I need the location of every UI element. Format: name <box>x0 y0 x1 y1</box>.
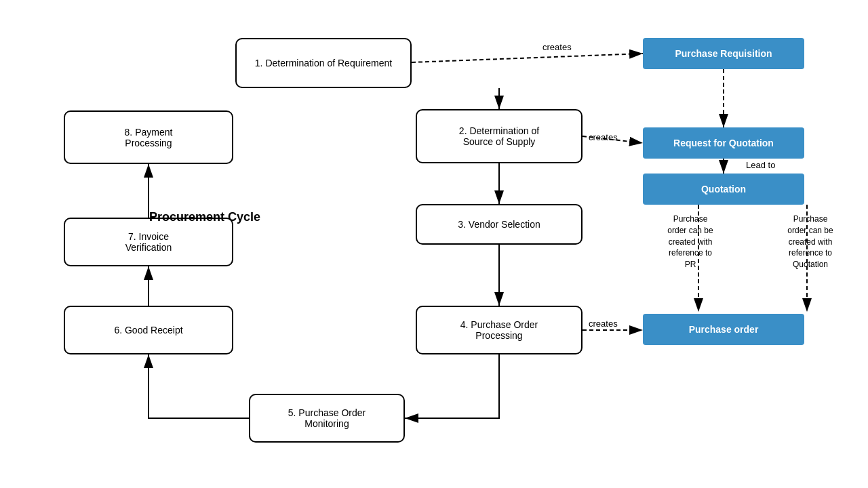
step3-label: 3. Vendor Selection <box>458 219 540 230</box>
quotation-box: Quotation <box>643 174 804 205</box>
request-for-quotation-box: Request for Quotation <box>643 127 804 159</box>
step4-label: 4. Purchase OrderProcessing <box>460 319 538 341</box>
step6-label: 6. Good Receipt <box>114 325 182 336</box>
step7-box: 7. InvoiceVerification <box>64 218 233 266</box>
diagram: 1. Determination of Requirement 2. Deter… <box>0 0 868 488</box>
creates-label-1: creates <box>542 42 572 52</box>
purchase-requisition-label: Purchase Requisition <box>675 48 772 59</box>
po-ref-quotation-note: Purchaseorder can becreated withreferenc… <box>780 214 841 270</box>
step5-label: 5. Purchase OrderMonitoring <box>288 407 366 429</box>
step2-label: 2. Determination ofSource of Supply <box>459 125 539 147</box>
step3-box: 3. Vendor Selection <box>416 204 583 245</box>
step1-box: 1. Determination of Requirement <box>235 38 412 88</box>
lead-to-label: Lead to <box>746 160 775 170</box>
step8-label: 8. PaymentProcessing <box>125 127 173 148</box>
step6-box: 6. Good Receipt <box>64 306 233 354</box>
step2-box: 2. Determination ofSource of Supply <box>416 109 583 163</box>
procurement-cycle-title: Procurement Cycle <box>149 210 260 224</box>
creates-label-2: creates <box>589 132 618 142</box>
svg-line-5 <box>412 54 643 62</box>
po-ref-pr-note: Purchaseorder can becreated withreferenc… <box>663 214 717 270</box>
creates-label-3: creates <box>589 319 618 329</box>
purchase-order-box: Purchase order <box>643 314 804 345</box>
step7-label: 7. InvoiceVerification <box>125 231 172 253</box>
step4-box: 4. Purchase OrderProcessing <box>416 306 583 354</box>
step5-box: 5. Purchase OrderMonitoring <box>249 394 405 443</box>
step1-label: 1. Determination of Requirement <box>255 58 392 68</box>
purchase-requisition-box: Purchase Requisition <box>643 38 804 69</box>
purchase-order-label: Purchase order <box>689 324 759 335</box>
step8-box: 8. PaymentProcessing <box>64 110 233 164</box>
rfq-label: Request for Quotation <box>673 138 774 148</box>
quotation-label: Quotation <box>701 184 746 195</box>
